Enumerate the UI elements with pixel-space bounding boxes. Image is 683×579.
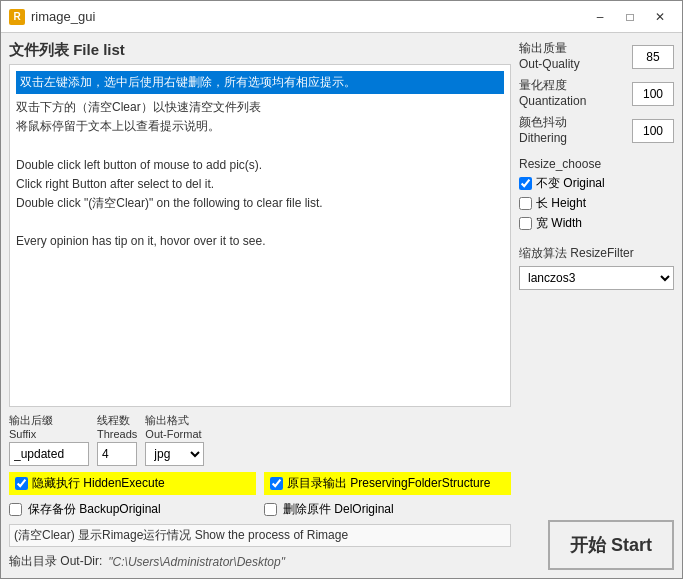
resize-width-checkbox[interactable] — [519, 217, 532, 230]
resize-width-label: 宽 Width — [536, 215, 582, 232]
quantization-row: 量化程度 Quantization — [519, 78, 674, 109]
out-dir-row: 输出目录 Out-Dir: "C:\Users\Administrator\De… — [9, 553, 511, 570]
out-dir-label: 输出目录 Out-Dir: — [9, 553, 102, 570]
preserving-folder-row: 原目录输出 PreservingFolderStructure — [264, 472, 511, 495]
quality-section: 输出质量 Out-Quality 量化程度 Quantization — [519, 41, 674, 147]
resize-option-height: 长 Height — [519, 195, 674, 212]
threads-group: 线程数Threads — [97, 413, 137, 466]
resize-original-checkbox[interactable] — [519, 177, 532, 190]
suffix-group: 输出后缀Suffix — [9, 413, 89, 466]
title-bar-left: R rimage_gui — [9, 9, 95, 25]
out-format-label: 输出格式Out-Format — [145, 413, 204, 440]
main-window: R rimage_gui – □ ✕ 文件列表 File list 双击左键添加… — [0, 0, 683, 579]
hidden-execute-checkbox[interactable] — [15, 477, 28, 490]
instruction-line-2: 将鼠标停留于文本上以查看提示说明。 — [16, 117, 504, 136]
suffix-label: 输出后缀Suffix — [9, 413, 89, 440]
title-bar: R rimage_gui – □ ✕ — [1, 1, 682, 33]
dithering-row: 颜色抖动 Dithering — [519, 115, 674, 146]
filter-section: 缩放算法 ResizeFilter lanczos3 nearest bilin… — [519, 245, 674, 290]
instruction-line-4: Click right Button after select to del i… — [16, 175, 504, 194]
resize-height-label: 长 Height — [536, 195, 586, 212]
quality-row: 输出质量 Out-Quality — [519, 41, 674, 72]
threads-label: 线程数Threads — [97, 413, 137, 440]
resize-title: Resize_choose — [519, 157, 674, 171]
resize-option-width: 宽 Width — [519, 215, 674, 232]
checkbox-row-2: 保存备份 BackupOriginal 删除原件 DelOriginal — [9, 501, 511, 518]
section-title: 文件列表 File list — [9, 41, 511, 60]
instruction-line-3: Double click left button of mouse to add… — [16, 156, 504, 175]
maximize-button[interactable]: □ — [616, 6, 644, 28]
instruction-line-5: Double click "(清空Clear)" on the followin… — [16, 194, 504, 213]
close-button[interactable]: ✕ — [646, 6, 674, 28]
start-button-section: 开始 Start — [519, 520, 674, 570]
out-format-group: 输出格式Out-Format jpg png webp avif — [145, 413, 204, 466]
file-list-box[interactable]: 双击左键添加，选中后使用右键删除，所有选项均有相应提示。 双击下方的（清空Cle… — [9, 64, 511, 407]
backup-original-row: 保存备份 BackupOriginal — [9, 501, 256, 518]
resize-original-label: 不变 Original — [536, 175, 605, 192]
file-list-hint: 双击左键添加，选中后使用右键删除，所有选项均有相应提示。 — [16, 71, 504, 94]
out-dir-path: "C:\Users\Administrator\Desktop" — [108, 555, 285, 569]
instruction-line-6: Every opinion has tip on it, hovor over … — [16, 232, 504, 251]
resize-section: Resize_choose 不变 Original 长 Height 宽 Wid… — [519, 157, 674, 235]
out-format-select[interactable]: jpg png webp avif — [145, 442, 204, 466]
title-controls: – □ ✕ — [586, 6, 674, 28]
status-bar[interactable]: (清空Clear) 显示Rimage运行情况 Show the process … — [9, 524, 511, 547]
dithering-input[interactable] — [632, 119, 674, 143]
dithering-label: 颜色抖动 Dithering — [519, 115, 567, 146]
start-button[interactable]: 开始 Start — [548, 520, 674, 570]
del-original-label: 删除原件 DelOriginal — [283, 501, 394, 518]
del-original-row: 删除原件 DelOriginal — [264, 501, 511, 518]
threads-input[interactable] — [97, 442, 137, 466]
preserving-folder-checkbox[interactable] — [270, 477, 283, 490]
quantization-label: 量化程度 Quantization — [519, 78, 586, 109]
file-list-section: 文件列表 File list 双击左键添加，选中后使用右键删除，所有选项均有相应… — [9, 41, 511, 407]
instruction-line-1: 双击下方的（清空Clear）以快速清空文件列表 — [16, 98, 504, 117]
checkbox-row-1: 隐藏执行 HiddenExecute 原目录输出 PreservingFolde… — [9, 472, 511, 495]
right-panel: 输出质量 Out-Quality 量化程度 Quantization — [519, 41, 674, 570]
main-content: 文件列表 File list 双击左键添加，选中后使用右键删除，所有选项均有相应… — [1, 33, 682, 578]
suffix-threads-format-row: 输出后缀Suffix 线程数Threads 输出格式Out-Format jpg… — [9, 413, 511, 466]
backup-original-label: 保存备份 BackupOriginal — [28, 501, 161, 518]
backup-original-checkbox[interactable] — [9, 503, 22, 516]
app-icon: R — [9, 9, 25, 25]
minimize-button[interactable]: – — [586, 6, 614, 28]
filter-label: 缩放算法 ResizeFilter — [519, 245, 674, 262]
hidden-execute-row: 隐藏执行 HiddenExecute — [9, 472, 256, 495]
window-title: rimage_gui — [31, 9, 95, 24]
resize-height-checkbox[interactable] — [519, 197, 532, 210]
hidden-execute-label: 隐藏执行 HiddenExecute — [32, 475, 165, 492]
resize-option-original: 不变 Original — [519, 175, 674, 192]
del-original-checkbox[interactable] — [264, 503, 277, 516]
quality-input[interactable] — [632, 45, 674, 69]
filter-select[interactable]: lanczos3 nearest bilinear cubic — [519, 266, 674, 290]
quantization-input[interactable] — [632, 82, 674, 106]
suffix-input[interactable] — [9, 442, 89, 466]
file-list-instructions: 双击下方的（清空Clear）以快速清空文件列表 将鼠标停留于文本上以查看提示说明… — [16, 98, 504, 252]
status-text: (清空Clear) 显示Rimage运行情况 Show the process … — [14, 527, 348, 544]
left-panel: 文件列表 File list 双击左键添加，选中后使用右键删除，所有选项均有相应… — [9, 41, 511, 570]
preserving-folder-label: 原目录输出 PreservingFolderStructure — [287, 475, 490, 492]
quality-label: 输出质量 Out-Quality — [519, 41, 580, 72]
